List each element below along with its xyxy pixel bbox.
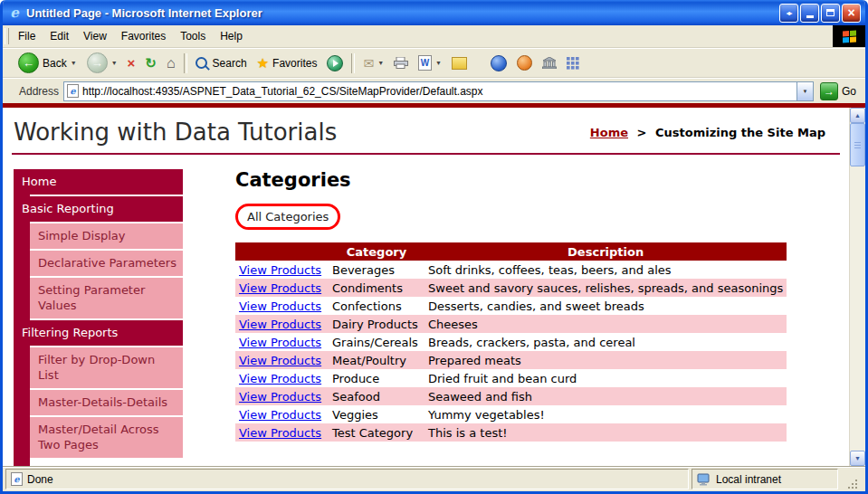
description-cell: Sweet and savory sauces, relishes, sprea… (424, 279, 787, 297)
ie-app-icon: e (7, 5, 22, 20)
web-page: Working with Data Tutorials Home > Custo… (3, 108, 849, 466)
view-products-link[interactable]: View Products (239, 281, 321, 295)
scroll-up-button[interactable]: ▲ (850, 108, 865, 123)
description-cell: Soft drinks, coffees, teas, beers, and a… (424, 261, 787, 279)
messenger-button[interactable] (486, 53, 511, 73)
refresh-button[interactable]: ↻ (140, 54, 161, 71)
address-dropdown-button[interactable]: ▼ (796, 82, 813, 100)
forward-dropdown-icon: ▼ (111, 60, 118, 66)
print-button[interactable] (389, 55, 413, 71)
all-categories-link[interactable]: All Categories (235, 204, 340, 230)
mail-dropdown-icon[interactable]: ▼ (377, 60, 384, 66)
back-button[interactable]: ← Back ▼ (14, 51, 81, 75)
menu-tools[interactable]: Tools (173, 26, 213, 46)
description-cell: Yummy vegetables! (424, 405, 787, 423)
home-icon: ⌂ (167, 56, 176, 71)
address-label: Address (19, 85, 59, 98)
view-products-link[interactable]: View Products (239, 336, 321, 349)
view-products-link[interactable]: View Products (239, 354, 321, 367)
description-cell: Seaweed and fish (424, 387, 787, 405)
address-input[interactable]: e http://localhost:4935/ASPNET_Data_Tuto… (63, 81, 814, 101)
table-row: View ProductsVeggiesYummy vegetables! (235, 405, 787, 423)
resize-grip-dots (848, 480, 858, 489)
category-cell: Dairy Products (329, 315, 424, 333)
sidebar-item-basic-reporting[interactable]: Basic Reporting (14, 196, 183, 222)
discuss-button[interactable] (447, 55, 472, 71)
menu-view[interactable]: View (76, 26, 114, 46)
description-cell: Prepared meats (424, 351, 787, 369)
description-cell: Dried fruit and bean curd (424, 369, 787, 387)
standard-toolbar: ← Back ▼ → ▼ × ↻ ⌂ Search ★ Favorites (3, 48, 865, 78)
close-button[interactable]: × (842, 4, 861, 23)
titlebar[interactable]: e Untitled Page - Microsoft Internet Exp… (3, 0, 865, 25)
sidebar-item-master-details-details[interactable]: Master-Details-Details (30, 390, 183, 415)
links-grid-button[interactable] (562, 55, 584, 71)
research-icon (517, 55, 532, 71)
view-products-link[interactable]: View Products (239, 390, 321, 404)
view-products-link[interactable]: View Products (239, 318, 321, 331)
sidebar-nav: HomeBasic ReportingSimple DisplayDeclara… (14, 169, 183, 460)
scroll-down-button[interactable]: ▼ (850, 451, 865, 466)
sidebar-item-home[interactable]: Home (14, 169, 183, 195)
table-row: View ProductsProduceDried fruit and bean… (235, 369, 787, 387)
maximize-button[interactable] (821, 4, 840, 23)
sidebar-item-declarative-parameters[interactable]: Declarative Parameters (30, 251, 183, 276)
window-title: Untitled Page - Microsoft Internet Explo… (26, 6, 775, 20)
resize-grip[interactable] (841, 469, 863, 489)
favorites-star-icon: ★ (257, 56, 269, 70)
status-bar: e Done Local intranet (3, 466, 865, 491)
description-cell: This is a test! (424, 423, 787, 442)
table-row: View ProductsConfectionsDesserts, candie… (235, 297, 787, 315)
sidebar-item-setting-parameter-values[interactable]: Setting Parameter Values (30, 278, 183, 318)
view-products-link[interactable]: View Products (239, 263, 321, 277)
browser-viewport: Working with Data Tutorials Home > Custo… (3, 108, 865, 466)
sidebar-item-filter-by-drop-down-list[interactable]: Filter by Drop-Down List (30, 347, 183, 388)
favorites-button[interactable]: ★ Favorites (253, 54, 322, 71)
go-button[interactable]: → Go (818, 82, 862, 100)
category-cell: Beverages (329, 261, 424, 279)
status-text: Done (27, 473, 53, 486)
menu-help[interactable]: Help (213, 26, 250, 46)
breadcrumb: Home > Customizing the Site Map (590, 126, 825, 139)
column-header-description: Description (424, 242, 787, 261)
breadcrumb-home-link[interactable]: Home (590, 126, 628, 139)
home-button[interactable]: ⌂ (162, 54, 180, 72)
security-zone-panel: Local intranet (692, 469, 838, 489)
minimize-button[interactable] (800, 4, 819, 23)
edit-dropdown-icon[interactable]: ▼ (435, 60, 442, 66)
window-controls: ◂▸ × (779, 4, 861, 23)
search-button[interactable]: Search (191, 55, 252, 71)
favorites-label: Favorites (272, 57, 317, 70)
search-icon (196, 57, 207, 69)
address-url[interactable]: http://localhost:4935/ASPNET_Data_Tutori… (82, 85, 793, 98)
mail-button[interactable]: ✉ ▼ (358, 55, 388, 71)
page-favicon: e (67, 84, 79, 98)
sidebar-item-filtering-reports[interactable]: Filtering Reports (14, 320, 183, 346)
forward-icon: → (87, 52, 108, 73)
forward-button[interactable]: → ▼ (82, 51, 122, 75)
menu-favorites[interactable]: Favorites (114, 26, 173, 46)
edit-with-word-button[interactable]: W ▼ (414, 53, 446, 72)
view-products-link[interactable]: View Products (239, 372, 321, 385)
sites-button[interactable] (538, 55, 561, 71)
sidebar-item-simple-display[interactable]: Simple Display (30, 223, 183, 249)
column-header-category: Category (329, 242, 424, 261)
media-button[interactable] (322, 53, 348, 73)
scrollbar-thumb[interactable] (850, 123, 865, 166)
menubar-grip[interactable] (5, 28, 9, 44)
svg-text:e: e (70, 86, 76, 96)
menu-edit[interactable]: Edit (43, 26, 76, 46)
menu-file[interactable]: File (11, 26, 43, 46)
view-products-link[interactable]: View Products (239, 408, 321, 422)
view-products-link[interactable]: View Products (239, 299, 321, 313)
window-nav-pair-button[interactable]: ◂▸ (779, 4, 798, 23)
research-button[interactable] (512, 53, 537, 72)
sidebar-item-master-detail-across-two-pages[interactable]: Master/Detail Across Two Pages (30, 417, 183, 458)
back-dropdown-icon[interactable]: ▼ (71, 60, 77, 66)
stop-button[interactable]: × (123, 54, 140, 71)
vertical-scrollbar[interactable]: ▲ ▼ (849, 108, 865, 466)
categories-table: CategoryDescription View ProductsBeverag… (235, 242, 787, 442)
maximize-icon (826, 9, 835, 16)
windows-flag-icon (843, 30, 856, 43)
view-products-link[interactable]: View Products (239, 426, 321, 440)
